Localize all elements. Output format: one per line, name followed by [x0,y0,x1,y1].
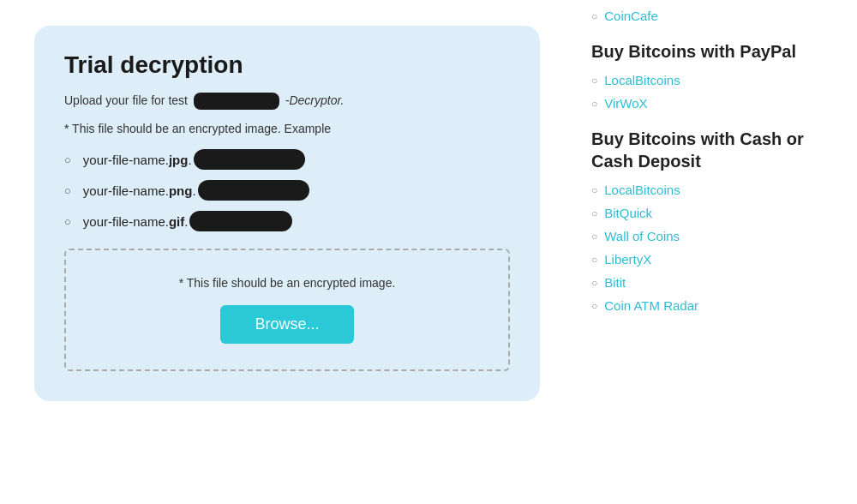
list-item-wallofcoins[interactable]: Wall of Coins [591,229,840,243]
example-jpg: your-file-name.jpg. [64,149,510,170]
right-panel: CoinCafe Buy Bitcoins with PayPal LocalB… [574,0,857,504]
example-gif-prefix: your-file-name.gif. [83,214,189,229]
list-item-bitquick[interactable]: BitQuick [591,206,840,220]
list-item-bitit[interactable]: Bitit [591,275,840,290]
top-link-coincafe[interactable]: CoinCafe [591,9,840,23]
redacted-block-1 [194,93,279,110]
bitquick-link[interactable]: BitQuick [604,206,652,220]
example-jpg-prefix: your-file-name.jpg. [83,153,192,167]
example-gif: your-file-name.gif. [64,211,510,231]
note-text: * This file should be an encrypted image… [64,122,510,135]
upload-description: Upload your file for test -Decryptor. [64,93,510,110]
example-png-prefix: your-file-name.png. [83,183,196,198]
drop-zone-text: * This file should be an encrypted image… [83,276,491,290]
libertyx-link[interactable]: LibertyX [604,252,651,267]
card-title: Trial decryption [64,51,510,79]
section2-link-list: LocalBitcoins BitQuick Wall of Coins Lib… [591,183,840,313]
left-panel: Trial decryption Upload your file for te… [0,0,574,504]
list-item-libertyx[interactable]: LibertyX [591,252,840,267]
redacted-gif [189,211,292,231]
example-png: your-file-name.png. [64,180,510,201]
file-examples-list: your-file-name.jpg. your-file-name.png. … [64,149,510,231]
redacted-jpg [194,149,305,170]
list-item-localbitcoins-cash[interactable]: LocalBitcoins [591,183,840,197]
localbitcoins-cash-link[interactable]: LocalBitcoins [604,183,680,197]
upload-prefix: Upload your file for test [64,93,191,107]
list-item-coinatmradar[interactable]: Coin ATM Radar [591,298,840,313]
localbitcoins-paypal-link[interactable]: LocalBitcoins [604,73,680,87]
section1-link-list: LocalBitcoins VirWoX [591,73,840,111]
section1-heading: Buy Bitcoins with PayPal [591,40,840,63]
coinatmradar-link[interactable]: Coin ATM Radar [604,298,698,313]
upload-suffix: -Decryptor. [285,93,345,107]
redacted-png [198,180,309,201]
bitit-link[interactable]: Bitit [604,275,626,290]
drop-zone[interactable]: * This file should be an encrypted image… [64,249,510,371]
list-item-localbitcoins-paypal[interactable]: LocalBitcoins [591,73,840,87]
list-item-virwox[interactable]: VirWoX [591,96,840,111]
browse-button[interactable]: Browse... [220,305,353,344]
virwox-link[interactable]: VirWoX [604,96,647,111]
coincafe-link[interactable]: CoinCafe [604,9,658,23]
trial-decryption-card: Trial decryption Upload your file for te… [34,26,540,401]
section2-heading: Buy Bitcoins with Cash or Cash Deposit [591,128,840,172]
wallofcoins-link[interactable]: Wall of Coins [604,229,680,243]
